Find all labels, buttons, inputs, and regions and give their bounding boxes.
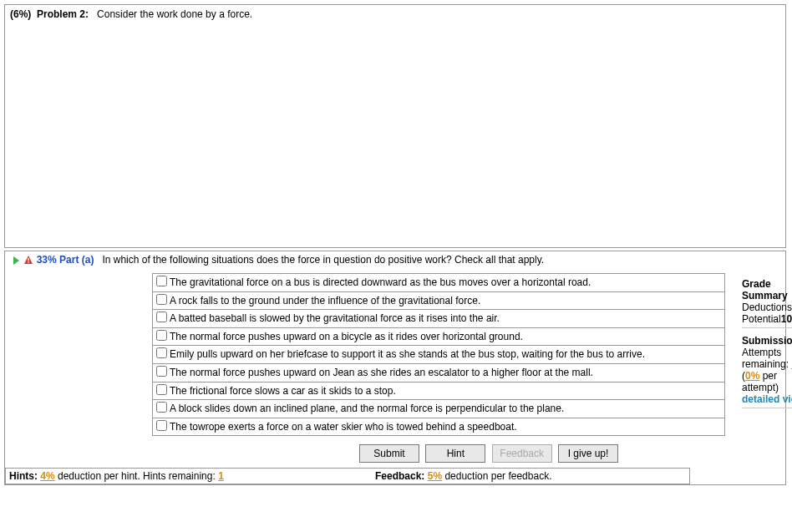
content-row: The gravitational force on a bus is dire… xyxy=(5,268,785,468)
problem-weight: (6%) xyxy=(10,8,31,20)
footer-box: Hints: 4% deduction per hint. Hints rema… xyxy=(5,468,690,484)
choice-row[interactable]: A batted baseball is slowed by the gravi… xyxy=(153,310,725,328)
hints-pct[interactable]: 4% xyxy=(40,470,54,482)
submissions-title: Submissions xyxy=(742,335,792,347)
choice-checkbox[interactable] xyxy=(156,366,167,377)
potential-value: 100% xyxy=(781,313,792,325)
hints-label: Hints: xyxy=(9,470,38,482)
warning-icon xyxy=(23,255,33,265)
choices-table: The gravitational force on a bus is dire… xyxy=(152,273,725,436)
giveup-button[interactable]: I give up! xyxy=(558,444,618,463)
choice-checkbox[interactable] xyxy=(156,276,167,286)
part-prompt-row: 33% Part (a) In which of the following s… xyxy=(5,251,785,268)
choice-checkbox[interactable] xyxy=(156,312,167,322)
feedback-label: Feedback: xyxy=(375,470,424,482)
choice-checkbox[interactable] xyxy=(156,402,167,413)
choice-checkbox[interactable] xyxy=(156,420,167,431)
choice-text: The frictional force slows a car as it s… xyxy=(170,385,396,397)
choice-row[interactable]: The normal force pushes upward on a bicy… xyxy=(153,327,725,346)
part-container: 33% Part (a) In which of the following s… xyxy=(4,251,786,485)
sidebar: Grade Summary Deductions 0% Potential 10… xyxy=(725,268,792,468)
choice-text: A block slides down an inclined plane, a… xyxy=(170,403,564,414)
hints-text: deduction per hint. Hints remaining: xyxy=(55,470,218,482)
expand-icon[interactable] xyxy=(13,256,19,265)
divider xyxy=(742,327,792,328)
choice-text: Emily pulls upward on her briefcase to s… xyxy=(170,348,645,360)
problem-header: (6%) Problem 2: Consider the work done b… xyxy=(5,5,785,247)
choice-text: A rock falls to the ground under the inf… xyxy=(170,295,480,307)
attempts-row: Attempts remaining: 7 xyxy=(742,347,792,370)
potential-label: Potential xyxy=(742,313,781,325)
feedback-button: Feedback xyxy=(492,444,552,463)
per-attempt-row: (0% per attempt) xyxy=(742,370,792,393)
choice-row[interactable]: A rock falls to the ground under the inf… xyxy=(153,291,725,310)
choice-checkbox[interactable] xyxy=(156,384,167,395)
choice-row[interactable]: The towrope exerts a force on a water sk… xyxy=(153,418,725,436)
choice-checkbox[interactable] xyxy=(156,347,167,358)
choice-text: The towrope exerts a force on a water sk… xyxy=(170,421,517,433)
attempts-label: Attempts remaining: xyxy=(742,347,789,370)
hint-button[interactable]: Hint xyxy=(425,444,485,463)
choice-checkbox[interactable] xyxy=(156,330,167,341)
feedback-text: deduction per feedback. xyxy=(442,470,551,482)
svg-rect-1 xyxy=(28,258,29,261)
part-question: In which of the following situations doe… xyxy=(102,254,544,266)
hints-footer: Hints: 4% deduction per hint. Hints rema… xyxy=(6,469,372,484)
choices-column: The gravitational force on a bus is dire… xyxy=(5,268,725,468)
choice-text: The normal force pushes upward on a bicy… xyxy=(170,331,523,342)
part-weight-link[interactable]: 33% Part (a) xyxy=(37,254,94,266)
button-row: Submit Hint Feedback I give up! xyxy=(152,436,725,468)
choice-text: The normal force pushes upward on Jean a… xyxy=(170,367,593,378)
problem-label: Problem 2: xyxy=(37,8,89,20)
detailed-view-link[interactable]: detailed view xyxy=(742,393,792,405)
choice-row[interactable]: Emily pulls upward on her briefcase to s… xyxy=(153,346,725,364)
per-attempt-value[interactable]: 0% xyxy=(745,370,759,382)
choice-row[interactable]: The frictional force slows a car as it s… xyxy=(153,382,725,400)
choice-text: The gravitational force on a bus is dire… xyxy=(170,276,591,288)
deductions-label: Deductions xyxy=(742,301,792,313)
feedback-pct[interactable]: 5% xyxy=(428,470,442,482)
choice-row[interactable]: A block slides down an inclined plane, a… xyxy=(153,400,725,418)
choice-text: A batted baseball is slowed by the gravi… xyxy=(170,312,500,324)
choice-row[interactable]: The normal force pushes upward on Jean a… xyxy=(153,363,725,382)
svg-rect-2 xyxy=(28,261,29,262)
feedback-footer: Feedback: 5% deduction per feedback. xyxy=(372,469,555,484)
choice-checkbox[interactable] xyxy=(156,294,167,305)
problem-container: (6%) Problem 2: Consider the work done b… xyxy=(4,4,786,248)
grade-summary-title: Grade Summary xyxy=(742,278,792,301)
divider xyxy=(742,408,792,408)
problem-text: Consider the work done by a force. xyxy=(97,8,252,20)
submit-button[interactable]: Submit xyxy=(359,444,419,463)
hints-remaining[interactable]: 1 xyxy=(218,470,224,482)
choice-row[interactable]: The gravitational force on a bus is dire… xyxy=(153,274,725,292)
